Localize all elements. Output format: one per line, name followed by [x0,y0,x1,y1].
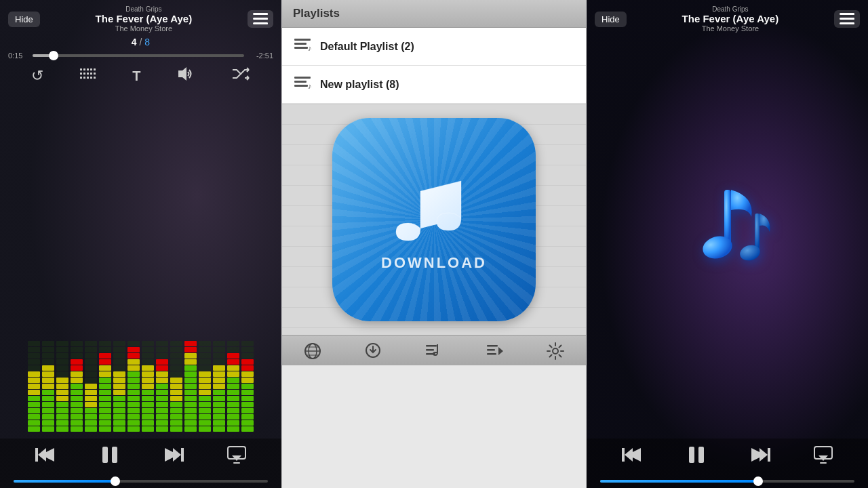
airplay-button-right[interactable] [814,446,833,468]
eq-seg-3-6 [71,396,83,401]
eq-seg-1-5 [42,402,54,407]
svg-rect-12 [83,73,85,75]
eq-seg-4-8 [85,384,97,389]
eq-col-14 [227,341,239,432]
right-menu-button[interactable] [834,10,860,28]
eq-seg-8-9 [142,378,154,383]
svg-rect-4 [262,18,268,20]
svg-rect-5 [262,22,268,24]
eq-seg-14-10 [227,371,239,377]
left-top-bar: Hide Death Grips The Fever (Aye Aye) The… [0,0,281,35]
svg-marker-53 [498,347,503,355]
eq-seg-5-8 [99,384,111,389]
eq-seg-5-10 [99,371,111,377]
equalizer-display [0,89,281,439]
progress-bar[interactable]: 0:15 -2:51 [0,49,281,62]
eq-seg-7-6 [127,396,140,401]
eq-seg-8-15 [142,341,154,346]
download-tab[interactable] [343,340,404,363]
eq-seg-15-6 [241,396,254,401]
eq-seg-12-13 [199,353,211,359]
eq-seg-5-7 [99,390,111,395]
browser-tab[interactable] [282,340,343,363]
eq-col-10 [170,341,182,432]
prev-button-left[interactable] [35,445,57,469]
right-volume-track[interactable] [600,480,854,483]
eq-seg-14-4 [227,408,239,413]
prev-button-right[interactable] [622,445,644,469]
eq-seg-6-5 [113,402,125,407]
svg-rect-9 [90,68,92,70]
settings-tab[interactable] [525,340,586,363]
eq-seg-12-11 [199,365,211,371]
prev-icon-right [622,445,644,464]
lyrics-button[interactable]: T [132,68,140,84]
repeat-button[interactable]: ↺ [31,67,43,85]
eq-seg-9-2 [156,420,168,426]
svg-rect-35 [294,47,308,49]
next-button-left[interactable] [162,445,184,469]
pause-button-right[interactable] [687,445,706,469]
airplay-button-left[interactable] [227,446,246,468]
eq-seg-5-6 [99,396,111,401]
eq-seg-10-2 [170,420,182,426]
hide-button-right[interactable]: Hide [595,12,627,27]
equalizer-button[interactable] [79,67,97,85]
eq-seg-0-10 [28,371,40,377]
eq-seg-11-6 [184,396,197,401]
volume-button[interactable] [176,66,195,85]
right-volume-bar[interactable] [587,476,868,488]
eq-seg-12-8 [199,384,211,389]
svg-rect-59 [849,18,854,20]
svg-rect-65 [622,448,625,462]
svg-rect-11 [80,73,82,75]
left-menu-button[interactable] [248,10,273,28]
eq-seg-15-7 [241,390,254,395]
shuffle-button[interactable] [231,66,250,85]
eq-seg-10-11 [170,365,182,371]
progress-thumb[interactable] [49,51,58,60]
eq-seg-10-4 [170,408,182,413]
eq-seg-10-9 [170,378,182,383]
eq-seg-0-2 [28,420,40,426]
left-volume-bar[interactable] [0,476,281,488]
eq-seg-3-8 [71,384,83,389]
eq-seg-15-5 [241,402,254,407]
eq-col-12 [199,341,211,432]
eq-seg-6-2 [113,420,125,426]
svg-marker-29 [173,448,181,462]
svg-rect-61 [724,190,731,244]
eq-seg-8-14 [142,347,154,352]
eq-seg-4-12 [85,359,97,365]
next-button-right[interactable] [749,445,770,469]
svg-rect-22 [35,448,38,462]
pause-icon-left [100,445,119,464]
right-volume-thumb[interactable] [753,476,763,486]
eq-seg-11-9 [184,378,197,383]
volume-track[interactable] [14,480,268,483]
eq-seg-1-2 [42,420,54,426]
pause-button-left[interactable] [100,445,119,469]
eq-seg-15-2 [241,420,254,426]
eq-seg-12-4 [199,408,211,413]
svg-rect-52 [487,353,496,355]
hide-button[interactable]: Hide [8,12,40,27]
playlist-item-default[interactable]: ♪ Default Playlist (2) [282,28,586,66]
playlist-item-new[interactable]: ♪ New playlist (8) [282,66,586,104]
eq-seg-0-4 [28,408,40,413]
eq-seg-11-7 [184,390,197,395]
center-panel: Playlists ♪ Default Playlist (2) ♪ [281,0,587,488]
airplay-icon-left [227,446,246,464]
playlist-music-tab[interactable] [403,340,465,363]
eq-seg-13-15 [213,341,225,346]
eq-seg-3-10 [71,371,83,377]
volume-thumb[interactable] [111,476,120,486]
eq-seg-8-7 [142,390,154,395]
eq-seg-11-14 [184,347,197,352]
download-button[interactable]: DOWNLOAD [332,118,536,321]
eq-seg-0-9 [28,378,40,383]
eq-seg-1-12 [42,359,54,365]
progress-track[interactable] [33,54,244,57]
queue-tab[interactable] [465,340,526,363]
eq-seg-3-9 [71,378,83,383]
